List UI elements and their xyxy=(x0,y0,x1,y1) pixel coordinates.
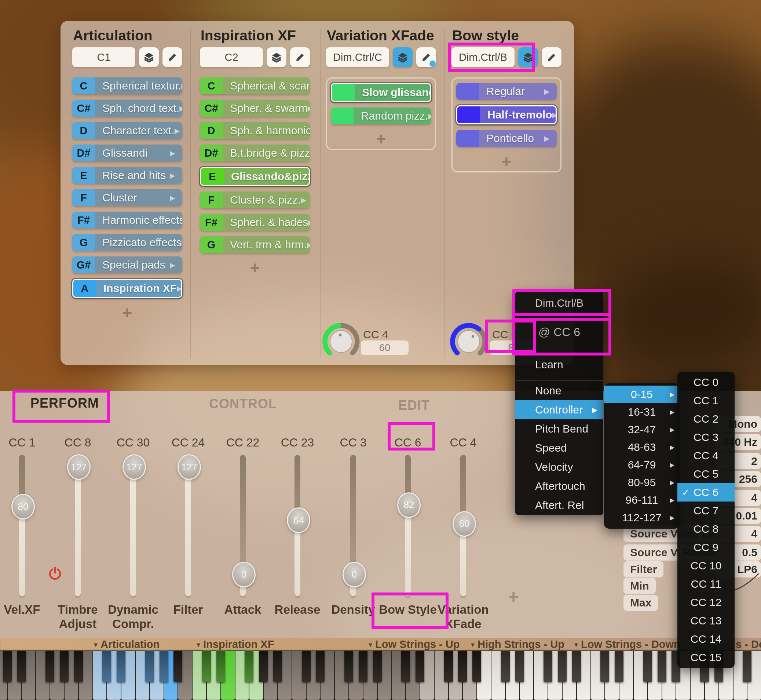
add-keyswitch-button[interactable]: + xyxy=(200,259,310,277)
zone-label-low-strings-down[interactable]: ▾Low Strings - Down xyxy=(574,638,680,650)
trigger-key-field[interactable]: Dim.Ctrl/C xyxy=(326,47,389,67)
cc-item-cc-1[interactable]: CC 1 xyxy=(677,391,734,410)
black-key[interactable] xyxy=(202,650,211,682)
zone-label-inspiration-xf[interactable]: ▾Inspiration XF xyxy=(196,638,274,650)
cc-item-cc-10[interactable]: CC 10 xyxy=(677,556,734,575)
keyswitch-item[interactable]: AInspiration XF▶ xyxy=(72,279,182,298)
menu-item-speed[interactable]: Speed xyxy=(515,438,603,458)
black-key[interactable] xyxy=(458,650,467,682)
add-keyswitch-button[interactable]: + xyxy=(456,152,557,170)
slider-thumb[interactable]: 64 xyxy=(287,508,310,533)
black-key[interactable] xyxy=(74,650,83,682)
cc-item-cc-9[interactable]: CC 9 xyxy=(677,538,734,556)
keyswitch-item[interactable]: FCluster & pizz.▶ xyxy=(200,192,310,208)
keyswitch-item[interactable]: GVert. trm & hrm.▶ xyxy=(200,236,310,253)
knob-cc6[interactable] xyxy=(449,321,489,362)
black-key[interactable] xyxy=(473,650,481,682)
layers-button[interactable] xyxy=(267,47,287,67)
cc-item-cc-15[interactable]: CC 15 xyxy=(677,648,734,667)
slider-thumb[interactable]: 0 xyxy=(232,562,256,588)
cc-item-cc-4[interactable]: CC 4 xyxy=(677,447,734,465)
menu-item-aftertouch[interactable]: Aftertouch xyxy=(515,477,603,496)
edit-pencil-button[interactable] xyxy=(290,47,310,67)
cc-item-cc-13[interactable]: CC 13 xyxy=(677,612,734,630)
menu-item-velocity[interactable]: Velocity xyxy=(515,458,603,477)
black-key[interactable] xyxy=(259,650,268,682)
range-item-80-95[interactable]: 80-95▶ xyxy=(604,473,680,491)
zone-label-high-strings-up[interactable]: ▾High Strings - Up xyxy=(471,638,565,650)
keyswitch-item[interactable]: DCharacter text.▶ xyxy=(72,122,182,139)
keyswitch-item[interactable]: GPizzicato effects▶ xyxy=(72,234,182,251)
keyswitch-item[interactable]: Random pizz.▶ xyxy=(331,108,431,124)
keyswitch-item[interactable]: F#Spheri. & hades▶ xyxy=(200,214,310,231)
menu-item-none[interactable]: None xyxy=(515,381,603,400)
keyswitch-item[interactable]: D#Glissandi▶ xyxy=(72,145,182,161)
slider-thumb[interactable]: 80 xyxy=(11,494,35,519)
keyswitch-item[interactable]: Slow glissando▶ xyxy=(331,83,431,102)
black-key[interactable] xyxy=(359,650,368,682)
add-keyswitch-button[interactable]: + xyxy=(72,303,182,322)
slider-thumb[interactable]: 82 xyxy=(397,492,421,518)
cc-item-cc-11[interactable]: CC 11 xyxy=(677,575,734,593)
edit-pencil-button[interactable] xyxy=(416,47,436,67)
keyswitch-item[interactable]: CSpherical & scan▶ xyxy=(200,77,310,94)
black-key[interactable] xyxy=(245,650,253,682)
keyswitch-item[interactable]: CSpherical textur.▶ xyxy=(72,77,182,94)
range-item-32-47[interactable]: 32-47▶ xyxy=(604,421,680,438)
black-key[interactable] xyxy=(743,650,752,682)
black-key[interactable] xyxy=(145,650,154,682)
slider-thumb[interactable]: 127 xyxy=(67,454,90,480)
keyswitch-item[interactable]: C#Sph. chord text.▶ xyxy=(72,100,182,117)
cc-item-cc-14[interactable]: CC 14 xyxy=(677,630,734,648)
menu-item-pitch-bend[interactable]: Pitch Bend xyxy=(515,419,603,438)
slider-thumb[interactable]: 127 xyxy=(123,454,146,480)
black-key[interactable] xyxy=(643,650,652,682)
black-key[interactable] xyxy=(302,650,310,682)
piano-keyboard[interactable] xyxy=(0,650,761,700)
black-key[interactable] xyxy=(173,650,182,682)
cc-item-cc-5[interactable]: CC 5 xyxy=(677,465,734,483)
keyswitch-item[interactable]: C#Spher. & swarm▶ xyxy=(200,100,310,117)
keyswitch-item[interactable]: EGlissando&pizz.▶ xyxy=(200,167,310,186)
slider-thumb[interactable]: 0 xyxy=(343,562,366,588)
black-key[interactable] xyxy=(117,650,125,682)
black-key[interactable] xyxy=(544,650,552,682)
black-key[interactable] xyxy=(17,650,26,682)
keyswitch-item[interactable]: Ponticello▶ xyxy=(456,130,557,147)
keyswitch-item[interactable]: G#Special pads▶ xyxy=(72,256,182,273)
range-item-64-79[interactable]: 64-79▶ xyxy=(604,456,680,473)
layers-button[interactable] xyxy=(139,47,159,67)
layers-button[interactable] xyxy=(393,47,413,67)
black-key[interactable] xyxy=(444,650,453,682)
menu-item-controller[interactable]: Controller▶ xyxy=(515,400,603,419)
black-key[interactable] xyxy=(572,650,581,682)
black-key[interactable] xyxy=(416,650,424,682)
black-key[interactable] xyxy=(345,650,353,682)
cc-item-cc-8[interactable]: CC 8 xyxy=(677,520,734,538)
cc-item-cc-12[interactable]: CC 12 xyxy=(677,593,734,612)
cc-item-cc-3[interactable]: CC 3 xyxy=(677,428,734,447)
zone-label-articulation[interactable]: ▾Articulation xyxy=(94,638,159,650)
knob-cc4[interactable] xyxy=(321,321,361,362)
edit-pencil-button[interactable] xyxy=(542,47,561,67)
black-key[interactable] xyxy=(558,650,567,682)
black-key[interactable] xyxy=(217,650,225,682)
black-key[interactable] xyxy=(45,650,54,682)
range-item-96-111[interactable]: 96-111▶ xyxy=(604,491,680,509)
black-key[interactable] xyxy=(60,650,69,682)
trigger-key-field[interactable]: C1 xyxy=(72,47,135,67)
keyswitch-item[interactable]: FCluster▶ xyxy=(72,189,182,206)
range-item-0-15[interactable]: 0-15▶ xyxy=(604,386,680,403)
black-key[interactable] xyxy=(3,650,12,682)
menu-item-aftert-rel[interactable]: Aftert. Rel xyxy=(515,496,603,515)
black-key[interactable] xyxy=(614,650,624,682)
black-key[interactable] xyxy=(373,650,382,682)
cc-item-cc-2[interactable]: CC 2 xyxy=(677,410,734,428)
keyswitch-item[interactable]: D#B.t.bridge & pizz.▶ xyxy=(200,145,310,161)
cc-item-cc-6[interactable]: ✓CC 6 xyxy=(677,483,734,502)
black-key[interactable] xyxy=(102,650,111,682)
black-key[interactable] xyxy=(501,650,510,682)
black-key[interactable] xyxy=(159,650,168,682)
keyswitch-item[interactable]: F#Harmonic effects▶ xyxy=(72,212,182,228)
cc-item-cc-7[interactable]: CC 7 xyxy=(677,502,734,520)
